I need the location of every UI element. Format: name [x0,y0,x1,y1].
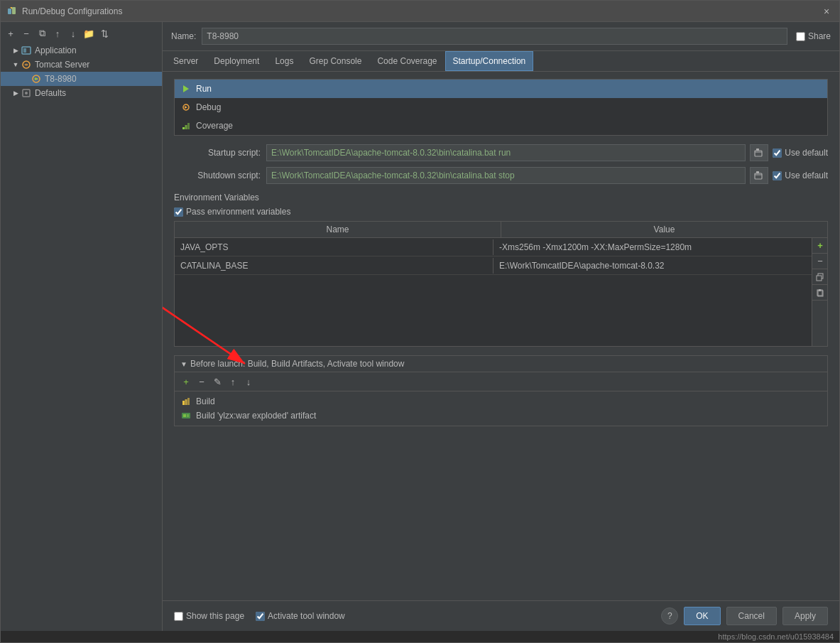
expand-arrow: ▼ [11,60,21,70]
shutdown-use-default-label[interactable]: Use default [773,171,828,180]
app-icon [6,6,18,17]
move-down-button[interactable]: ↓ [66,26,80,40]
table-row[interactable]: CATALINA_BASE E:\Work\TomcatIDEA\apache-… [175,256,812,275]
env-remove-button[interactable]: − [812,254,828,269]
list-item[interactable]: Build [180,394,822,409]
tab-startup-connection[interactable]: Startup/Connection [445,51,534,71]
svg-rect-4 [23,48,26,53]
shutdown-use-default-checkbox[interactable] [773,171,782,180]
before-launch-section: ▼ Before launch: Build, Build Artifacts,… [174,355,828,426]
list-item[interactable]: Build 'ylzx:war exploded' artifact [180,409,822,423]
tab-server[interactable]: Server [165,51,206,71]
shutdown-script-wrap: Use default [266,167,828,184]
add-config-button[interactable]: + [4,26,18,40]
env-add-button[interactable]: + [812,238,828,254]
cancel-button[interactable]: Cancel [726,607,777,625]
sidebar: + − ⧉ ↑ ↓ 📁 ⇅ ▶ Application [1,22,163,631]
run-label: Run [196,84,212,94]
name-input[interactable] [202,28,787,45]
show-page-checkbox[interactable] [174,612,183,621]
main-content: Name: Share Server Deployment Logs Grep … [163,22,839,631]
remove-config-button[interactable]: − [19,26,33,40]
env-paste-button[interactable] [812,285,828,301]
startup-use-default-checkbox[interactable] [773,148,782,158]
startup-script-input[interactable] [266,144,746,161]
env-table-empty [175,275,812,346]
defaults-arrow: ▶ [11,88,21,98]
tab-logs[interactable]: Logs [267,51,301,71]
startup-item-debug[interactable]: Debug [175,98,827,117]
shutdown-script-input[interactable] [266,167,746,184]
folder-button[interactable]: 📁 [82,26,96,40]
share-checkbox-label[interactable]: Share [796,31,831,41]
coverage-label: Coverage [196,121,233,131]
svg-rect-21 [817,276,822,281]
before-launch-up[interactable]: ↑ [226,374,240,389]
t8-label: T8-8980 [45,74,77,84]
window-title: Run/Debug Configurations [22,6,819,16]
apply-button[interactable]: Apply [782,607,828,625]
title-bar: Run/Debug Configurations × [1,1,839,22]
before-launch-expand[interactable]: ▼ [180,360,187,368]
svg-marker-10 [183,85,189,92]
build-label: Build [196,396,215,406]
sidebar-item-t8-8980[interactable]: ▶ T8-8980 [1,72,162,86]
before-launch-add[interactable]: + [179,374,193,389]
tab-code-coverage[interactable]: Code Coverage [369,51,444,71]
env-col-name-header: Name [175,222,501,237]
svg-rect-13 [182,127,185,129]
application-icon [21,45,32,56]
env-copy-button[interactable] [812,269,828,285]
sidebar-item-tomcat[interactable]: ▼ Tomcat Server [1,58,162,72]
content-area: Run Debug [163,72,839,631]
sidebar-item-application[interactable]: ▶ Application [1,43,162,58]
svg-rect-18 [755,173,762,179]
share-checkbox[interactable] [796,32,805,41]
debug-icon [180,102,192,113]
pass-env-row: Pass environment variables [174,207,828,217]
ok-button[interactable]: OK [684,607,720,625]
startup-item-run[interactable]: Run [175,80,827,98]
defaults-label: Defaults [35,88,66,98]
show-page-label[interactable]: Show this page [174,611,244,621]
svg-rect-15 [187,123,190,129]
help-button[interactable]: ? [661,607,678,625]
expand-arrow: ▶ [11,45,21,55]
svg-rect-1 [12,7,16,14]
pass-env-label[interactable]: Pass environment variables [174,207,290,217]
bottom-options-row: Show this page Activate tool window ? OK… [163,600,839,631]
startup-list: Run Debug [174,79,828,136]
env-table-header: Name Value [175,222,827,238]
activate-tool-label[interactable]: Activate tool window [256,611,345,621]
svg-rect-19 [756,171,759,173]
copy-config-button[interactable]: ⧉ [35,26,49,40]
shutdown-script-label: Shutdown script: [174,171,266,180]
activate-tool-checkbox[interactable] [256,612,265,621]
before-launch-down[interactable]: ↓ [241,374,256,389]
svg-rect-27 [182,401,185,405]
close-button[interactable]: × [819,4,834,18]
svg-rect-31 [183,414,186,417]
startup-browse-button[interactable] [750,144,768,161]
startup-script-wrap: Use default [266,144,828,161]
before-launch-title: Before launch: Build, Build Artifacts, A… [190,359,405,369]
shutdown-browse-button[interactable] [750,167,768,184]
before-launch-remove[interactable]: − [195,374,209,389]
sidebar-item-defaults[interactable]: ▶ Defaults [1,86,162,100]
startup-use-default-label[interactable]: Use default [773,148,828,158]
move-up-button[interactable]: ↑ [50,26,65,40]
sort-button[interactable]: ⇅ [97,26,111,40]
tab-deployment[interactable]: Deployment [206,51,267,71]
table-row[interactable]: JAVA_OPTS -Xms256m -Xmx1200m -XX:MaxPerm… [175,238,812,256]
url-bar: https://blog.csdn.net/u015938484 [1,631,839,642]
share-row: Share [796,31,831,41]
pass-env-checkbox[interactable] [174,207,183,217]
artifact-label: Build 'ylzx:war exploded' artifact [196,411,316,421]
startup-item-coverage[interactable]: Coverage [175,117,827,135]
env-table-body: JAVA_OPTS -Xms256m -Xmx1200m -XX:MaxPerm… [175,238,812,346]
coverage-icon [180,120,192,131]
before-launch-edit[interactable]: ✎ [210,374,224,389]
svg-rect-32 [187,414,189,417]
env-name-java-opts: JAVA_OPTS [175,239,493,255]
tab-grep-console[interactable]: Grep Console [301,51,369,71]
